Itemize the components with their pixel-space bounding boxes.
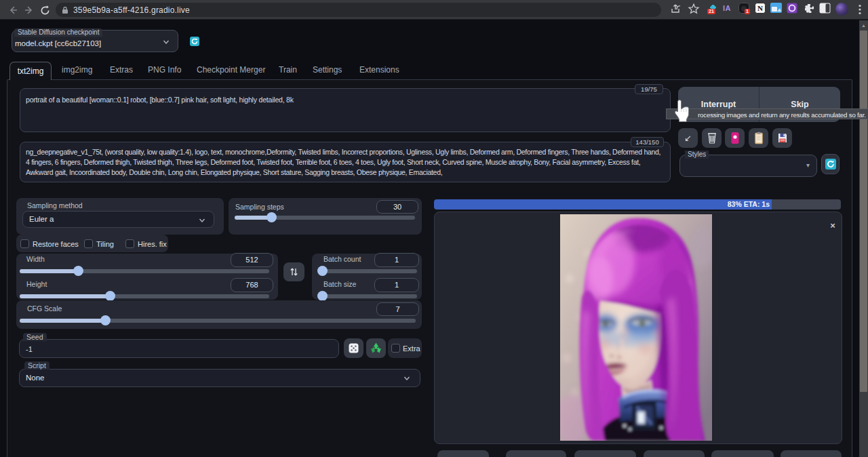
reuse-seed-button[interactable] <box>366 338 386 358</box>
browser-address-bar[interactable]: 359e5b9a-a5ff-4216.gradio.live <box>56 3 661 17</box>
slider-handle[interactable] <box>73 266 83 276</box>
save-style-button[interactable] <box>772 128 792 148</box>
side-panel-icon[interactable] <box>819 3 833 16</box>
extension-photos-icon[interactable] <box>770 3 784 16</box>
tab-checkpoint-merger[interactable]: Checkpoint Merger <box>197 65 265 75</box>
width-slider[interactable] <box>20 269 269 273</box>
show-extra-networks-button[interactable] <box>725 128 745 148</box>
cfg-block <box>16 300 422 329</box>
slider-handle[interactable] <box>100 315 111 325</box>
styles-label: Styles <box>685 151 709 159</box>
tab-settings[interactable]: Settings <box>313 65 342 75</box>
extension-diamond-icon[interactable]: 21 <box>707 3 721 16</box>
recycle-icon <box>370 342 382 354</box>
scrollbar-thumb[interactable] <box>860 31 867 392</box>
chevron-down-icon <box>199 217 205 224</box>
extension-ia-icon[interactable]: IA <box>723 4 731 12</box>
batch-count-slider[interactable] <box>317 269 417 273</box>
browser-forward-icon[interactable] <box>22 3 36 17</box>
slider-fill <box>20 294 110 298</box>
browser-reload-icon[interactable] <box>38 3 52 17</box>
tiling-label: Tiling <box>96 240 114 248</box>
tab-png-info[interactable]: PNG Info <box>148 65 181 75</box>
share-icon[interactable] <box>670 3 684 16</box>
script-dropdown[interactable]: None <box>19 369 420 387</box>
seed-input[interactable]: -1 <box>19 339 339 358</box>
checkpoint-value: model.ckpt [cc6cb27103] <box>15 39 101 47</box>
width-input[interactable]: 512 <box>231 253 273 267</box>
extension-badge: 21 <box>707 9 715 14</box>
open-folder-button[interactable] <box>437 450 489 457</box>
height-slider[interactable] <box>20 294 269 298</box>
cfg-scale-input[interactable]: 7 <box>376 302 419 316</box>
browser-menu-icon[interactable] <box>853 3 867 16</box>
restore-faces-label: Restore faces <box>33 240 79 248</box>
sampling-method-dropdown[interactable]: Euler a <box>22 211 214 228</box>
tab-extensions[interactable]: Extensions <box>359 65 399 75</box>
clear-prompt-button[interactable] <box>702 128 722 148</box>
tab-train[interactable]: Train <box>279 65 297 75</box>
progress-bar-fill <box>434 199 772 210</box>
url-text: 359e5b9a-a5ff-4216.gradio.live <box>73 5 190 15</box>
chevron-down-icon <box>403 375 410 382</box>
progress-bar: 83% ETA: 1s <box>434 199 841 210</box>
preview-image[interactable] <box>560 214 712 441</box>
extension-office-icon[interactable] <box>787 3 800 16</box>
swap-dimensions-button[interactable] <box>283 262 304 281</box>
chevron-down-icon: ▾ <box>806 161 810 169</box>
browser-back-icon[interactable] <box>6 3 20 17</box>
screen: 359e5b9a-a5ff-4216.gradio.live 21 IA 1 N… <box>0 0 868 457</box>
scrollbar-up-arrow[interactable]: ▲ <box>859 20 868 31</box>
save-button[interactable] <box>506 450 566 457</box>
extension-notion-icon[interactable]: N <box>755 3 768 16</box>
send-to-inpaint-button[interactable] <box>711 450 774 457</box>
extension-dark-app-icon[interactable]: 1 <box>738 3 752 16</box>
height-input[interactable]: 768 <box>231 278 273 292</box>
send-to-extras-button[interactable] <box>781 450 842 457</box>
refresh-icon <box>825 159 836 170</box>
script-label: Script <box>24 361 50 370</box>
prompt-token-counter: 19/75 <box>635 84 663 94</box>
slider-handle[interactable] <box>267 212 277 222</box>
mouse-cursor <box>673 98 692 127</box>
negative-prompt-textarea[interactable]: ng_deepnegative_v1_75t, (worst quality, … <box>20 142 671 182</box>
apply-selected-styles-button[interactable] <box>749 128 768 148</box>
extensions-puzzle-icon[interactable] <box>804 3 817 16</box>
cfg-scale-slider[interactable] <box>20 319 416 323</box>
slider-fill <box>235 216 271 220</box>
interrupt-tooltip: rocessing images and return any results … <box>666 108 868 119</box>
zip-button[interactable] <box>574 450 636 457</box>
tab-extras[interactable]: Extras <box>110 65 133 75</box>
extra-seed-checkbox[interactable] <box>391 344 400 353</box>
lock-icon <box>62 6 68 14</box>
styles-refresh-button[interactable] <box>821 154 840 174</box>
slider-handle[interactable] <box>317 291 328 301</box>
swap-arrows-icon <box>290 267 298 277</box>
tab-img2img[interactable]: img2img <box>62 65 92 75</box>
sampling-steps-input[interactable]: 30 <box>376 200 418 214</box>
slider-handle[interactable] <box>105 291 115 301</box>
batch-size-input[interactable]: 1 <box>374 278 419 292</box>
seed-label: Seed <box>23 333 47 341</box>
hires-fix-label: Hires. fix <box>138 240 167 248</box>
prompt-textarea[interactable]: portrait of a beautiful [woman::0.1] rob… <box>20 88 671 132</box>
slider-fill <box>20 269 78 273</box>
batch-size-slider[interactable] <box>317 294 417 298</box>
bookmark-star-icon[interactable] <box>688 3 701 16</box>
tab-txt2img[interactable]: txt2img <box>9 62 52 80</box>
cfg-scale-label: CFG Scale <box>27 304 62 313</box>
batch-count-input[interactable]: 1 <box>374 253 419 267</box>
random-seed-button[interactable] <box>344 338 363 358</box>
paste-generation-params-button[interactable]: ↙ <box>678 128 698 148</box>
negative-token-counter: 143/150 <box>631 137 664 147</box>
slider-handle[interactable] <box>317 266 328 276</box>
profile-avatar[interactable] <box>835 3 848 16</box>
progress-text: 83% ETA: 1s <box>728 200 770 208</box>
hires-fix-checkbox[interactable] <box>125 239 134 248</box>
tiling-checkbox[interactable] <box>84 239 93 248</box>
sampling-steps-slider[interactable] <box>235 216 415 220</box>
send-to-img2img-button[interactable] <box>644 450 705 457</box>
checkpoint-refresh-button[interactable] <box>190 37 199 46</box>
restore-faces-checkbox[interactable] <box>20 239 29 248</box>
gallery-close-icon[interactable]: × <box>828 221 837 231</box>
